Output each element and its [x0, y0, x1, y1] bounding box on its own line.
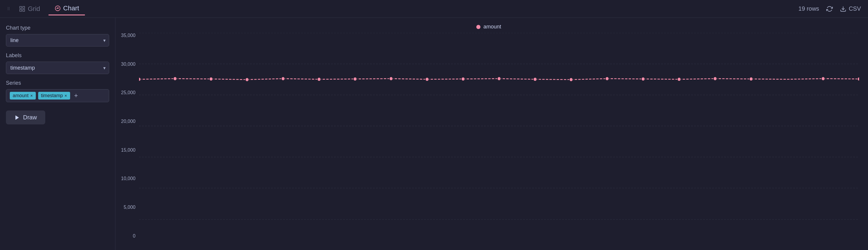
labels-label: Labels	[6, 52, 109, 59]
legend-dot	[476, 25, 480, 29]
y-label-4: 20,000	[121, 119, 135, 124]
series-tag-timestamp-label: timestamp	[41, 93, 63, 98]
top-bar: ⠿ Grid Chart 19 rows	[0, 0, 868, 18]
svg-rect-3	[23, 9, 25, 11]
chart-type-select[interactable]: line bar area	[6, 34, 109, 47]
chart-inner: 2023-04-14T03:38:30.476000Z 2023-04-14T0…	[139, 33, 859, 250]
tab-grid-label: Grid	[28, 5, 40, 13]
svg-point-31	[713, 77, 717, 81]
svg-rect-1	[23, 6, 25, 8]
series-tags-container: amount × timestamp × +	[6, 89, 109, 102]
y-label-6: 30,000	[121, 62, 135, 67]
svg-point-17	[209, 77, 213, 81]
series-tag-amount: amount ×	[10, 92, 36, 100]
refresh-button[interactable]	[826, 6, 833, 12]
y-label-7: 35,000	[121, 33, 135, 38]
refresh-icon	[826, 6, 833, 12]
svg-point-30	[677, 77, 681, 81]
chart-area: amount 0 5,000 10,000 15,000 20,000 25,0…	[115, 18, 868, 250]
svg-point-26	[533, 77, 537, 81]
series-section: Series amount × timestamp × +	[6, 80, 109, 102]
chart-container: 0 5,000 10,000 15,000 20,000 25,000 30,0…	[118, 33, 859, 250]
legend-label: amount	[484, 24, 501, 30]
download-icon	[840, 6, 846, 12]
draw-button-label: Draw	[23, 114, 37, 121]
top-right-controls: 19 rows CSV	[799, 5, 861, 12]
y-label-5: 25,000	[121, 90, 135, 95]
svg-point-32	[749, 77, 753, 81]
chart-type-select-wrap: line bar area ▾	[6, 34, 109, 47]
draw-button[interactable]: Draw	[6, 110, 45, 124]
svg-marker-6	[16, 115, 19, 120]
svg-point-18	[245, 78, 249, 81]
y-axis: 0 5,000 10,000 15,000 20,000 25,000 30,0…	[118, 33, 139, 250]
svg-point-15	[139, 77, 141, 81]
svg-point-28	[605, 77, 609, 81]
series-tag-amount-remove[interactable]: ×	[30, 93, 33, 98]
series-tag-amount-label: amount	[13, 93, 28, 98]
tab-grid[interactable]: Grid	[13, 3, 46, 15]
row-count: 19 rows	[799, 5, 819, 12]
y-label-3: 15,000	[121, 147, 135, 153]
tab-chart[interactable]: Chart	[49, 2, 85, 16]
add-series-button[interactable]: +	[72, 92, 80, 100]
sidebar: Chart type line bar area ▾ Labels timest…	[0, 18, 115, 250]
svg-point-24	[461, 77, 465, 81]
tab-bar: ⠿ Grid Chart	[7, 2, 85, 16]
y-label-2: 10,000	[121, 176, 135, 181]
play-icon	[14, 115, 20, 120]
y-label-0: 0	[133, 233, 135, 239]
chart-legend: amount	[118, 24, 859, 30]
svg-point-27	[569, 78, 573, 81]
series-tag-timestamp: timestamp ×	[38, 92, 70, 100]
svg-point-29	[641, 77, 645, 81]
y-label-1: 5,000	[124, 205, 135, 210]
svg-point-25	[497, 77, 501, 81]
series-label: Series	[6, 80, 109, 86]
main-content: Chart type line bar area ▾ Labels timest…	[0, 18, 868, 250]
series-tag-timestamp-remove[interactable]: ×	[64, 93, 67, 98]
csv-label: CSV	[849, 5, 861, 12]
svg-rect-2	[20, 9, 22, 11]
svg-point-21	[353, 77, 357, 81]
svg-rect-0	[20, 6, 22, 8]
svg-point-19	[281, 77, 285, 81]
chart-type-label: Chart type	[6, 25, 109, 31]
grid-icon	[19, 6, 26, 12]
svg-point-34	[857, 77, 859, 81]
labels-section: Labels timestamp ▾	[6, 52, 109, 74]
svg-point-16	[173, 77, 177, 81]
svg-point-20	[317, 77, 321, 81]
labels-select[interactable]: timestamp	[6, 62, 109, 74]
tab-chart-label: Chart	[63, 4, 79, 12]
svg-point-22	[389, 77, 393, 81]
chart-svg	[139, 33, 859, 250]
labels-select-wrap: timestamp ▾	[6, 62, 109, 74]
svg-point-23	[426, 77, 429, 81]
chart-type-section: Chart type line bar area ▾	[6, 25, 109, 47]
svg-point-33	[821, 77, 825, 81]
chart-icon	[55, 5, 61, 11]
drag-handle: ⠿	[7, 6, 11, 11]
csv-button[interactable]: CSV	[840, 5, 861, 12]
